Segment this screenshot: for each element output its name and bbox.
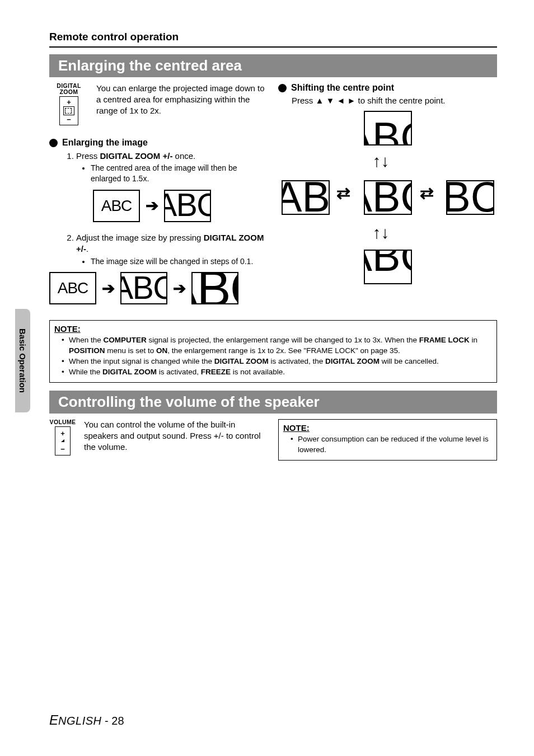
plus-icon-2: +	[60, 430, 65, 437]
step-1-bullets: The centred area of the image will then …	[91, 163, 268, 184]
digital-zoom-button-label: DIGITAL ZOOM	[48, 83, 90, 95]
abc-box-2-med: ABC	[120, 272, 167, 304]
shift-arrows-bottom: ↑↓	[373, 224, 390, 241]
shift-right-text: ABC	[446, 180, 494, 215]
section1-note-box: NOTE: When the COMPUTER signal is projec…	[49, 320, 497, 383]
shift-top-text: ABC	[364, 114, 412, 145]
shift-right-box: ABC	[446, 180, 494, 215]
shift-figure: ABC ABC ABC ABC ABC ↑↓ ↑↓ ⇄ ⇄	[282, 111, 494, 284]
title-rule	[49, 46, 497, 48]
shift-arrows-left: ⇄	[336, 185, 350, 201]
arrow-right-icon-3: ➔	[173, 279, 186, 298]
step-1: Press DIGITAL ZOOM +/- once. The centred…	[76, 151, 268, 222]
step-2-bullet-1: The image size will be changed in steps …	[91, 256, 268, 267]
abc-box-zoom-med-text: ABC	[164, 190, 211, 222]
note-2-item-1: Power consumption can be reduced if the …	[298, 434, 491, 454]
step-1-bold: DIGITAL ZOOM +/-	[100, 151, 173, 161]
step-1-prefix: Press	[76, 151, 100, 161]
page-footer: ENGLISH - 28	[49, 712, 124, 728]
step-1-suffix: once.	[172, 151, 195, 161]
abc-box-2-small: ABC	[49, 272, 96, 304]
shift-desc-prefix: Press	[292, 96, 316, 105]
shift-center-box: ABC	[364, 180, 412, 215]
shift-arrows-top: ↑↓	[373, 153, 390, 170]
svg-marker-0	[58, 439, 64, 442]
minus-icon-2: −	[60, 445, 65, 453]
arrow-right-icon: ➔	[146, 195, 158, 217]
enlarging-image-subheading: Enlarging the image	[62, 138, 148, 148]
section-enlarging-heading: Enlarging the centred area	[49, 54, 497, 77]
footer-sep: -	[105, 715, 111, 727]
figure-enlarge-1: ABC ➔ ABC	[93, 190, 268, 222]
shift-left-text: ABC	[282, 180, 330, 215]
shift-bottom-box: ABC	[364, 250, 412, 284]
page-title: Remote control operation	[49, 31, 497, 43]
abc-box-2-large: ABC	[191, 272, 238, 304]
side-tab: Basic Operation	[15, 309, 30, 412]
volume-button-label: VOLUME	[49, 419, 77, 425]
step-2: Adjust the image size by pressing DIGITA…	[76, 232, 268, 266]
step-1-bullet-1: The centred area of the image will then …	[91, 163, 268, 184]
volume-button-icon: + −	[55, 426, 71, 456]
note-list-1: When the COMPUTER signal is projected, t…	[69, 335, 491, 377]
section-volume-heading: Controlling the volume of the speaker	[49, 391, 497, 414]
figure-enlarge-2: ABC ➔ ABC ➔ ABC	[49, 272, 268, 304]
section2-intro: You can control the volume of the built-…	[84, 419, 268, 453]
note-title-1: NOTE:	[54, 324, 491, 334]
speaker-icon	[58, 438, 68, 444]
shift-center-text: ABC	[364, 180, 412, 215]
note-title-2: NOTE:	[283, 423, 491, 433]
steps-list: Press DIGITAL ZOOM +/- once. The centred…	[76, 151, 268, 266]
footer-lang-rest: NGLISH	[58, 715, 101, 727]
note-list-2: Power consumption can be reduced if the …	[298, 434, 491, 454]
shift-description: Press ▲ ▼ ◄ ► to shift the centre point.	[292, 96, 497, 105]
arrow-right-icon-2: ➔	[102, 279, 115, 298]
section2-note-box: NOTE: Power consumption can be reduced i…	[278, 419, 497, 460]
shift-top-box: ABC	[364, 111, 412, 145]
arrow-keys-icon: ▲ ▼ ◄ ►	[316, 96, 356, 105]
shift-desc-suffix: to shift the centre point.	[355, 96, 445, 105]
footer-page-number: 28	[111, 715, 124, 727]
step-2-prefix: Adjust the image size by pressing	[76, 233, 204, 242]
shifting-centre-subheading: Shifting the centre point	[291, 83, 394, 93]
abc-box-zoom-med: ABC	[164, 190, 211, 222]
section1-intro: You can enlarge the projected image down…	[96, 83, 268, 116]
side-tab-label: Basic Operation	[18, 328, 27, 393]
volume-button-graphic: VOLUME + −	[49, 419, 76, 456]
digital-zoom-button-graphic: DIGITAL ZOOM + −	[49, 83, 88, 125]
digital-zoom-button-icon: + −	[59, 96, 78, 125]
bullet-icon-2	[278, 84, 287, 92]
abc-box-2-med-text: ABC	[120, 272, 167, 304]
plus-icon: +	[67, 98, 71, 106]
bullet-icon	[49, 139, 58, 147]
note-1-item-1: When the COMPUTER signal is projected, t…	[69, 335, 491, 355]
shift-arrows-right: ⇄	[420, 185, 434, 201]
footer-lang-initial: E	[49, 712, 58, 727]
step-2-suffix: .	[86, 244, 88, 253]
abc-box-original: ABC	[93, 190, 140, 222]
shift-left-box: ABC	[282, 180, 330, 215]
shift-bottom-text: ABC	[364, 250, 412, 281]
abc-box-2-large-text: ABC	[191, 272, 238, 304]
zoom-frame-icon	[63, 106, 74, 115]
note-1-item-3: While the DIGITAL ZOOM is activated, FRE…	[69, 367, 491, 377]
minus-icon: −	[67, 116, 71, 123]
step-2-bullets: The image size will be changed in steps …	[91, 256, 268, 267]
note-1-item-2: When the input signal is changed while t…	[69, 356, 491, 367]
